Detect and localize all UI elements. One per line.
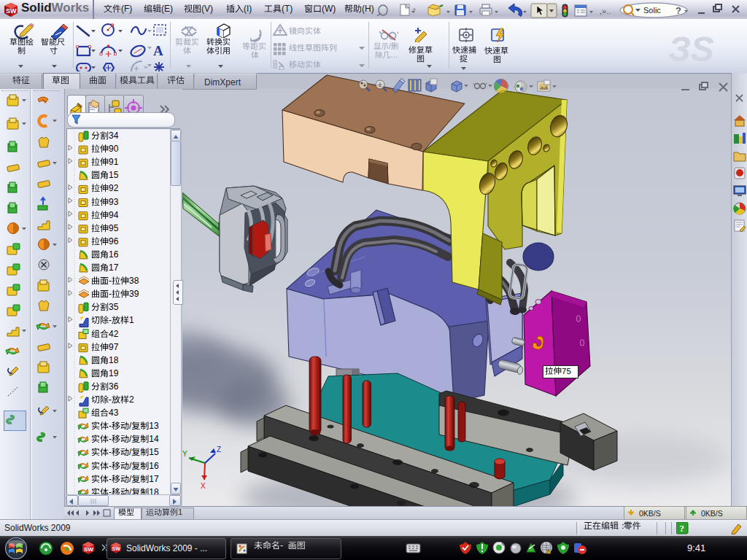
svg-text:Y: Y [182,450,187,458]
svg-text:?: ? [680,523,685,534]
svg-text:-: - [280,541,283,551]
svg-text:0KB/S: 0KB/S [639,509,661,518]
svg-text:SW: SW [84,546,93,553]
svg-text:0KB/S: 0KB/S [701,509,723,518]
svg-text:Z: Z [217,446,221,454]
svg-text:1: 1 [178,508,182,516]
svg-text:75: 75 [562,367,571,376]
svg-text:X: X [201,482,206,490]
svg-text:SW: SW [112,546,121,551]
